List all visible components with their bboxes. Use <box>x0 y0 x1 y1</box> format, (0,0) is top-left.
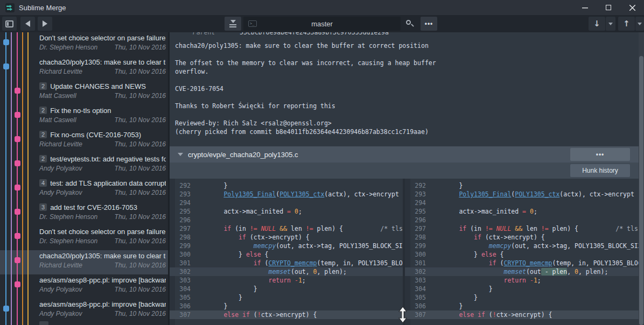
code-line: if (in != NULL && len != plen) { /* tls … <box>429 224 639 233</box>
diff-line[interactable]: 296 <box>405 216 639 224</box>
code-line: Poly1305_Final(POLY1305_ctx(actx), ctx->… <box>194 190 403 199</box>
commit-title: 2Update CHANGES and NEWS <box>39 82 166 90</box>
diff-line[interactable]: 300 } else { <box>170 250 403 259</box>
commit-author: Andy Polyakov <box>39 310 82 317</box>
terminal-icon: >_ <box>248 20 257 27</box>
line-number: 296 <box>411 216 426 224</box>
collapse-triangle-icon[interactable] <box>178 153 183 156</box>
search-button[interactable] <box>405 19 414 28</box>
pull-button[interactable]: ↓ <box>589 17 605 31</box>
hunk-history-button[interactable]: Hunk history <box>570 164 630 177</box>
commit-message: chacha20/poly1305: make sure to clear th… <box>175 41 436 136</box>
commit-graph-dot <box>3 39 9 45</box>
commit-row[interactable]: 2Fix no-cms (CVE-2016-7053)Richard Levit… <box>0 129 168 153</box>
commit-count-badge: 4 <box>39 179 47 187</box>
file-header[interactable]: crypto/evp/e_chacha20_poly1305.c ••• <box>170 146 639 162</box>
line-number: 306 <box>411 302 426 310</box>
commit-date: Thu, 10 Nov 2016 <box>115 92 166 100</box>
diff-line[interactable]: 299 memcpy(out, actx->tag, POLY1305_BLOC… <box>170 242 403 250</box>
diff-line[interactable]: 301 if (CRYPTO_memcmp(temp, in, POLY1305… <box>170 259 403 267</box>
code-line: else if (!ctx->encrypt) { <box>194 310 403 319</box>
commit-graph-dot <box>15 112 20 118</box>
diff-line[interactable]: 295 actx->mac_inited = 0; <box>405 207 639 216</box>
line-number: 305 <box>176 293 191 302</box>
forward-button[interactable] <box>38 17 52 31</box>
pull-options-button[interactable] <box>606 17 615 31</box>
vertical-scrollbar-thumb[interactable] <box>639 56 643 325</box>
code-line: } <box>429 285 639 293</box>
diff-line[interactable]: 302 memset(out - plen, 0, plen); <box>405 267 639 276</box>
diff-line[interactable]: 303 return -1; <box>170 276 403 285</box>
commit-row[interactable]: 2test/evptests.txt: add negative tests f… <box>0 153 168 178</box>
resize-cursor <box>398 307 407 325</box>
diff-line[interactable]: 302 memset(out, 0, plen); <box>170 267 403 276</box>
line-number: 295 <box>176 207 191 216</box>
diff-line[interactable]: 299 memcpy(out, actx->tag, POLY1305_BLOC… <box>405 242 639 250</box>
line-number: 292 <box>176 181 191 190</box>
back-button[interactable] <box>20 17 35 31</box>
diff-line[interactable]: 298 if (ctx->encrypt) { <box>405 233 639 242</box>
commit-row[interactable]: 3add test for CVE-2016-7053Dr. Stephen H… <box>0 202 168 226</box>
diff-line[interactable]: 305 } <box>405 293 639 302</box>
commit-row[interactable]: chacha20/poly1305: make sure to clear th… <box>0 250 168 274</box>
commit-author: Andy Polyakov <box>39 286 82 293</box>
diff-line[interactable]: 294 <box>405 199 639 207</box>
diff-line[interactable]: 297 if (in != NULL && len != plen) { /* … <box>170 224 403 233</box>
partial-commit-badge <box>39 321 48 325</box>
parent-hash[interactable]: 53cbcbf6e9abe4fe2433a89bf3c970355dd1e29a <box>240 32 389 36</box>
diff-line[interactable]: 297 if (in != NULL && len != plen) { /* … <box>405 224 639 233</box>
diff-line[interactable]: 292 } <box>405 181 639 190</box>
minimize-button[interactable] <box>573 0 597 15</box>
commit-author: Richard Levitte <box>39 68 82 75</box>
line-number: 295 <box>411 207 426 216</box>
commit-row[interactable]: 2Fix the no-tls optionMatt CaswellThu, 1… <box>0 105 168 129</box>
commit-row[interactable]: 2Update CHANGES and NEWSMatt CaswellThu,… <box>0 81 168 105</box>
sidebar-toggle-button[interactable] <box>2 17 17 31</box>
commit-title: 4test: add TLS application data corrupti… <box>39 179 166 187</box>
commit-row[interactable]: aes/asm/aesp8-ppc.pl: improve [backward]… <box>0 299 168 323</box>
diff-line[interactable]: 301 if (CRYPTO_memcmp(temp, in, POLY1305… <box>405 259 639 267</box>
diff-line[interactable]: 305 } <box>170 293 403 302</box>
diff-line[interactable]: 307 else if (!ctx->encrypt) { <box>405 310 639 319</box>
commit-row[interactable]: aes/asm/aesp8-ppc.pl: improve [backward]… <box>0 274 168 299</box>
push-button[interactable]: ↑ <box>618 17 635 31</box>
diff-pane-old: 292 }293 Poly1305_Final(POLY1305_ctx(act… <box>170 179 403 325</box>
diff-line[interactable]: 303 return -1; <box>405 276 639 285</box>
command-palette-input[interactable]: >_ master <box>243 17 401 31</box>
commit-button[interactable] <box>225 17 241 31</box>
commit-row[interactable]: 4test: add TLS application data corrupti… <box>0 178 168 202</box>
commit-count-badge: 2 <box>39 82 47 90</box>
diff-line[interactable]: 304 } <box>170 285 403 293</box>
commit-title: 3add test for CVE-2016-7053 <box>39 203 166 211</box>
commit-row[interactable]: Don't set choice selector on parse failu… <box>0 32 168 56</box>
diff-line[interactable]: 292 } <box>170 181 403 190</box>
diff-line[interactable]: 293 Poly1305_Final(POLY1305_ctx(actx), c… <box>405 190 639 199</box>
maximize-button[interactable] <box>597 0 620 15</box>
chevron-down-icon <box>638 23 642 25</box>
diff-line[interactable]: 306 } <box>405 302 639 310</box>
diff-line[interactable]: 294 <box>170 199 403 207</box>
window-title: Sublime Merge <box>19 4 66 12</box>
commit-row[interactable]: chacha20/poly1305: make sure to clear th… <box>0 56 168 81</box>
commit-row[interactable]: Don't set choice selector on parse failu… <box>0 226 168 250</box>
code-line: return -1; <box>429 276 639 285</box>
commit-graph-dot <box>3 306 9 312</box>
pull-icon: ↓ <box>593 19 600 29</box>
file-more-button[interactable]: ••• <box>570 148 630 161</box>
close-button[interactable] <box>620 0 644 15</box>
diff-line[interactable]: 300 } else { <box>405 250 639 259</box>
push-options-button[interactable] <box>635 17 644 31</box>
commit-graph-line <box>27 32 29 325</box>
commit-graph-line <box>5 32 6 325</box>
diff-line[interactable]: 296 <box>170 216 403 224</box>
commit-graph-dot <box>15 209 20 215</box>
diff-line[interactable]: 304 } <box>405 285 639 293</box>
diff-line[interactable]: 306 } <box>170 302 403 310</box>
diff-line[interactable]: 298 if (ctx->encrypt) { <box>170 233 403 242</box>
commit-icon <box>229 20 236 27</box>
diff-line[interactable]: 307 else if (!ctx->encrypt) { <box>170 310 403 319</box>
diff-line[interactable]: 295 actx->mac_inited = 0; <box>170 207 403 216</box>
vertical-scrollbar-track[interactable] <box>639 32 644 325</box>
diff-line[interactable]: 293 Poly1305_Final(POLY1305_ctx(actx), c… <box>170 190 403 199</box>
toolbar-more-button[interactable]: ••• <box>421 17 437 31</box>
